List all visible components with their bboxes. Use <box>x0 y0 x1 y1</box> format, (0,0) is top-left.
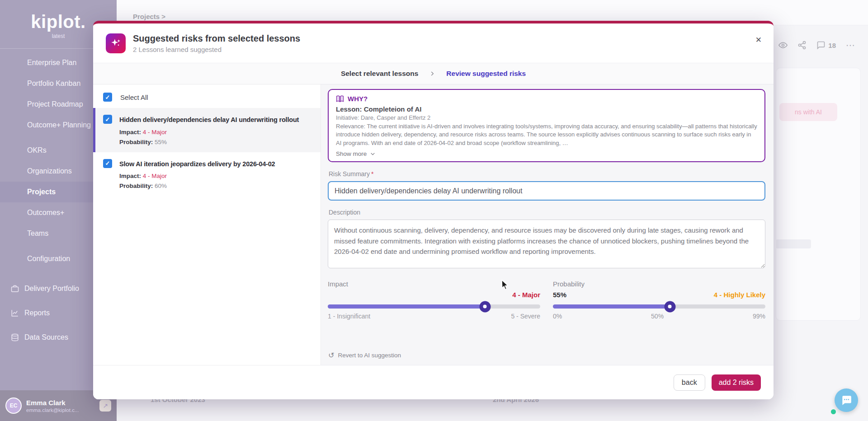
step-review-risks[interactable]: Review suggested risks <box>446 70 526 78</box>
add-risks-button[interactable]: add 2 risks <box>712 374 761 391</box>
show-more-button[interactable]: Show more <box>336 150 757 157</box>
show-more-label: Show more <box>336 150 367 157</box>
sparkles-icon <box>106 33 126 53</box>
probability-label: Probability: <box>119 182 153 189</box>
close-icon[interactable]: ✕ <box>755 35 762 45</box>
suggested-risks-modal: Suggested risks from selected lessons 2 … <box>93 21 774 399</box>
impact-label: Impact: <box>119 129 141 136</box>
why-heading: WHY? <box>348 95 368 103</box>
revert-icon: ↺ <box>328 351 334 360</box>
book-icon <box>336 95 344 103</box>
why-lesson: Lesson: Completeion of AI <box>336 105 757 113</box>
probability-slider-label: Probability <box>553 280 765 288</box>
impact-min-label: 1 - Insignificant <box>328 313 370 320</box>
lessons-panel: ✓ Select All ✓ Hidden delivery/dependenc… <box>93 84 321 365</box>
lesson-row[interactable]: ✓ Hidden delivery/dependencies delay AI … <box>93 108 321 152</box>
description-label: Description <box>329 209 765 216</box>
sliders-row: Impact 4 - Major 1 - Insignificant 5 - S… <box>328 280 765 320</box>
risk-summary-label: Risk Summary* <box>329 170 765 178</box>
impact-slider-handle[interactable] <box>479 301 491 312</box>
probability-mid-label: 50% <box>651 313 664 320</box>
impact-slider-value: 4 - Major <box>512 291 540 299</box>
modal-body: ✓ Select All ✓ Hidden delivery/dependenc… <box>93 84 774 365</box>
probability-max-label: 99% <box>753 313 765 320</box>
probability-min-label: 0% <box>553 313 562 320</box>
modal-footer: back add 2 risks <box>93 365 774 399</box>
lesson-checkbox[interactable]: ✓ <box>103 115 112 124</box>
impact-slider-block: Impact 4 - Major 1 - Insignificant 5 - S… <box>328 280 540 320</box>
impact-slider-fill <box>328 304 485 309</box>
probability-slider-value: 55% <box>553 291 566 299</box>
description-textarea[interactable]: Without continuous scanning, delivery, d… <box>328 220 765 268</box>
impact-max-label: 5 - Severe <box>511 313 540 320</box>
select-all-label: Select All <box>120 94 148 101</box>
impact-label: Impact: <box>119 173 141 179</box>
risk-detail-panel: WHY? Lesson: Completeion of AI Initiativ… <box>321 84 774 365</box>
lesson-row[interactable]: ✓ Slow AI iteration jeopardizes delivery… <box>93 152 321 196</box>
modal-title: Suggested risks from selected lessons <box>133 33 300 44</box>
probability-level: 4 - Highly Likely <box>714 291 765 299</box>
chevron-right-icon <box>429 70 435 77</box>
impact-slider[interactable] <box>328 304 540 309</box>
impact-value: 4 - Major <box>143 173 167 179</box>
chat-icon <box>840 394 852 406</box>
revert-label: Revert to AI suggestion <box>338 352 401 359</box>
stepper: Select relevant lessons Review suggested… <box>93 63 774 84</box>
probability-label: Probability: <box>119 139 153 145</box>
back-button[interactable]: back <box>674 374 705 391</box>
modal-header: Suggested risks from selected lessons 2 … <box>93 23 774 63</box>
revert-to-ai-button[interactable]: ↺ Revert to AI suggestion <box>328 351 401 360</box>
probability-slider-handle[interactable] <box>664 301 675 312</box>
why-relevance: Relevance: The current initiative is AI-… <box>336 122 757 147</box>
modal-subtitle: 2 Lessons learned suggested <box>133 46 300 53</box>
risk-summary-input[interactable] <box>328 181 765 201</box>
lesson-title: Hidden delivery/dependencies delay AI un… <box>119 115 299 125</box>
probability-slider[interactable] <box>553 304 765 309</box>
required-asterisk: * <box>371 170 373 178</box>
status-dot <box>831 409 836 414</box>
lesson-title: Slow AI iteration jeopardizes delivery b… <box>119 159 275 169</box>
probability-slider-fill <box>553 304 670 309</box>
why-box: WHY? Lesson: Completeion of AI Initiativ… <box>328 89 765 162</box>
chat-fab[interactable] <box>835 388 858 412</box>
impact-slider-label: Impact <box>328 280 540 288</box>
impact-value: 4 - Major <box>143 129 167 136</box>
probability-value: 55% <box>155 139 167 145</box>
select-all-row[interactable]: ✓ Select All <box>93 89 321 108</box>
step-select-lessons[interactable]: Select relevant lessons <box>341 70 418 78</box>
probability-slider-block: Probability 55% 4 - Highly Likely 0% 50%… <box>553 280 765 320</box>
why-initiative: Initiative: Dare, Casper and Effertz 2 <box>336 114 757 121</box>
select-all-checkbox[interactable]: ✓ <box>103 93 112 102</box>
lesson-checkbox[interactable]: ✓ <box>103 159 112 168</box>
chevron-down-icon <box>370 151 376 157</box>
probability-value: 60% <box>155 182 167 189</box>
